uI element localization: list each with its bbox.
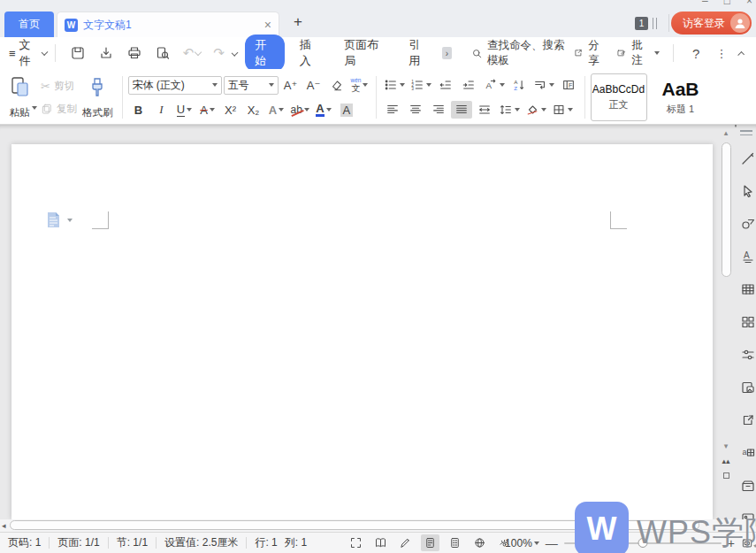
- style-heading1[interactable]: AaB 标题 1: [650, 73, 712, 121]
- doc-assistant-button[interactable]: [46, 211, 73, 228]
- update-count-badge[interactable]: 1: [635, 17, 648, 30]
- paste-dropdown-icon[interactable]: [32, 106, 37, 110]
- sort-button[interactable]: AZ: [508, 76, 530, 94]
- numbered-list-button[interactable]: 123: [409, 76, 433, 94]
- cut-button[interactable]: ✂ 剪切: [41, 80, 77, 93]
- font-color-button[interactable]: A: [313, 101, 334, 119]
- print-button[interactable]: [126, 45, 142, 61]
- command-search[interactable]: 查找命令、搜索模板: [471, 38, 573, 68]
- tab-insert[interactable]: 插入: [290, 35, 330, 72]
- guest-login-button[interactable]: 访客登录: [671, 12, 752, 35]
- distribute-button[interactable]: [474, 101, 495, 119]
- layout-icon[interactable]: [740, 314, 756, 332]
- outline-view-button[interactable]: [446, 534, 464, 551]
- comment-dropdown-icon[interactable]: [654, 51, 660, 55]
- share-button[interactable]: 分享: [588, 38, 604, 68]
- print-preview-button[interactable]: [155, 45, 171, 61]
- previous-page-icon[interactable]: ▴▴: [722, 459, 729, 464]
- font-name-select[interactable]: 宋体 (正文): [128, 76, 222, 95]
- export-button[interactable]: [98, 45, 114, 61]
- new-tab-button[interactable]: +: [294, 16, 302, 28]
- highlight-button[interactable]: ab: [289, 101, 311, 119]
- copy-button[interactable]: 复制: [41, 103, 77, 116]
- file-menu[interactable]: ≡ 文件: [9, 37, 47, 69]
- line-spacing-button[interactable]: [497, 101, 522, 119]
- select-tool-icon[interactable]: [740, 183, 756, 201]
- text-effects-button[interactable]: A: [266, 101, 287, 119]
- bullet-list-button[interactable]: [382, 76, 407, 94]
- print-icon: [126, 45, 142, 61]
- more-tabs-button[interactable]: ›: [442, 47, 452, 59]
- zoom-level-select[interactable]: 100%: [505, 537, 539, 549]
- collapse-ribbon-button[interactable]: [738, 51, 745, 58]
- fullscreen-view-button[interactable]: [347, 534, 365, 551]
- show-marks-button[interactable]: [531, 76, 556, 94]
- shapes-icon[interactable]: [740, 216, 756, 234]
- scroll-up-icon[interactable]: ▴: [724, 128, 729, 137]
- image-page-icon[interactable]: [740, 380, 756, 397]
- export-share-icon[interactable]: [740, 412, 756, 430]
- align-center-button[interactable]: [405, 101, 426, 119]
- vertical-scrollbar-thumb[interactable]: [722, 142, 731, 277]
- line-spacing-icon: [499, 103, 513, 117]
- read-mode-button[interactable]: [371, 534, 390, 551]
- close-window-button[interactable]: ×: [746, 0, 752, 7]
- tab-home[interactable]: 开始: [245, 35, 285, 72]
- align-left-button[interactable]: [382, 101, 403, 119]
- ink-mode-button[interactable]: [396, 534, 415, 551]
- font-size-select[interactable]: 五号: [224, 76, 279, 95]
- signature-icon[interactable]: A: [740, 249, 756, 266]
- borders-button[interactable]: [550, 101, 575, 119]
- zoom-out-button[interactable]: —: [546, 536, 558, 550]
- save-button[interactable]: [70, 45, 86, 61]
- home-tab[interactable]: 首页: [4, 12, 54, 37]
- italic-button[interactable]: I: [151, 101, 172, 119]
- minimize-button[interactable]: –: [702, 0, 708, 7]
- comment-button[interactable]: 批注: [631, 38, 647, 68]
- maximize-button[interactable]: □: [724, 0, 730, 7]
- shrink-font-button[interactable]: A⁻: [303, 76, 325, 94]
- decrease-indent-button[interactable]: [435, 76, 456, 94]
- scroll-left-icon[interactable]: ◂: [2, 521, 6, 530]
- strikethrough-button[interactable]: A: [197, 101, 218, 119]
- grow-font-button[interactable]: A⁺: [280, 76, 302, 94]
- rail-handle-icon[interactable]: [740, 130, 752, 135]
- superscript-button[interactable]: X²: [220, 101, 241, 119]
- bold-button[interactable]: B: [128, 101, 149, 119]
- redo-button[interactable]: ↷: [213, 45, 225, 61]
- pinyin-guide-button[interactable]: wén文: [349, 76, 370, 94]
- justify-button[interactable]: [451, 101, 472, 119]
- document-page[interactable]: [11, 144, 713, 519]
- translate-icon[interactable]: a: [740, 445, 756, 463]
- increase-indent-button[interactable]: [458, 76, 479, 94]
- close-tab-icon[interactable]: ×: [264, 18, 271, 32]
- document-tab[interactable]: W 文字文稿1 ×: [57, 12, 279, 37]
- help-button[interactable]: ?: [692, 46, 699, 61]
- pinyin-dropdown-icon: [363, 83, 368, 87]
- toolbar-options-chevron-icon[interactable]: [232, 50, 239, 57]
- select-browse-object-icon[interactable]: [723, 472, 729, 479]
- tab-page-layout[interactable]: 页面布局: [334, 35, 393, 72]
- doc-assistant-dropdown-icon[interactable]: [67, 219, 73, 222]
- char-shading-button[interactable]: A: [336, 101, 357, 119]
- text-direction-button[interactable]: A: [481, 76, 507, 94]
- manuscript-grid-button[interactable]: F: [558, 76, 579, 94]
- undo-button[interactable]: ↶: [183, 45, 202, 61]
- web-layout-button[interactable]: [470, 534, 489, 551]
- shading-button[interactable]: [523, 101, 548, 119]
- format-painter-button[interactable]: 格式刷: [79, 73, 117, 122]
- print-layout-button[interactable]: [421, 534, 439, 551]
- tab-references[interactable]: 引用: [399, 35, 439, 72]
- clear-format-button[interactable]: [326, 76, 347, 94]
- underline-button[interactable]: U: [174, 101, 195, 119]
- paste-button[interactable]: 粘贴: [5, 73, 34, 122]
- settings-sliders-icon[interactable]: [740, 347, 756, 365]
- subscript-button[interactable]: X₂: [243, 101, 264, 119]
- archive-box-icon[interactable]: [740, 478, 756, 495]
- table-icon[interactable]: [740, 281, 756, 299]
- align-right-button[interactable]: [428, 101, 449, 119]
- style-normal[interactable]: AaBbCcDd 正文: [591, 73, 647, 121]
- page-down-icon[interactable]: ▾: [724, 442, 729, 450]
- more-options-button[interactable]: ⋮: [715, 47, 727, 60]
- pen-tool-icon[interactable]: [740, 150, 756, 168]
